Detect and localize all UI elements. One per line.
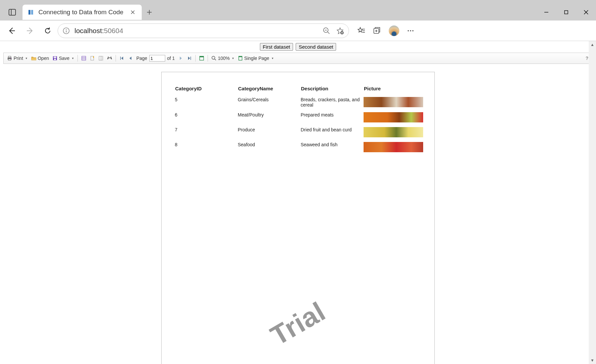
svg-rect-0 xyxy=(9,9,16,15)
svg-rect-32 xyxy=(8,56,11,58)
report-page: CategoryID CategoryName Description Pict… xyxy=(161,72,435,364)
view-mode-dropdown[interactable]: Single Page▼ xyxy=(236,54,275,63)
svg-rect-34 xyxy=(8,59,11,60)
report-table: CategoryID CategoryName Description Pict… xyxy=(175,85,423,155)
svg-rect-38 xyxy=(54,59,56,60)
settings-menu-icon[interactable] xyxy=(407,27,415,35)
fullscreen-icon[interactable] xyxy=(198,54,206,63)
svg-rect-35 xyxy=(11,58,11,59)
report-toolbar: Print▼ Open Save▼ Page xyxy=(3,53,593,64)
svg-point-15 xyxy=(66,29,67,29)
caret-down-icon: ▼ xyxy=(232,57,234,60)
last-page-button[interactable] xyxy=(185,54,193,63)
svg-rect-9 xyxy=(565,11,568,14)
col-header-desc: Description xyxy=(301,85,364,95)
svg-line-51 xyxy=(215,59,216,60)
thumbnails-icon[interactable] xyxy=(80,54,88,63)
first-dataset-button[interactable]: First dataset xyxy=(260,43,293,51)
svg-point-30 xyxy=(410,30,411,31)
second-dataset-button[interactable]: Second dataset xyxy=(296,43,336,51)
first-page-button[interactable] xyxy=(118,54,126,63)
zoom-indicator-icon[interactable] xyxy=(323,27,330,34)
parameters-icon[interactable] xyxy=(97,54,105,63)
nav-forward-button[interactable] xyxy=(22,23,38,39)
row-picture xyxy=(364,112,423,122)
open-button[interactable]: Open xyxy=(30,54,50,63)
svg-rect-3 xyxy=(31,10,33,15)
zoom-dropdown[interactable]: 100%▼ xyxy=(210,54,236,63)
scroll-down-icon[interactable]: ▼ xyxy=(589,357,596,364)
save-button[interactable]: Save▼ xyxy=(51,54,75,63)
svg-rect-53 xyxy=(239,56,242,57)
browser-tab-strip: Connecting to Data from Code xyxy=(0,0,596,21)
window-maximize-button[interactable] xyxy=(556,5,576,20)
next-page-button[interactable] xyxy=(177,54,185,63)
vertical-scrollbar[interactable]: ▲ ▼ xyxy=(589,41,596,364)
find-icon[interactable] xyxy=(106,54,114,63)
page-number-input[interactable] xyxy=(149,55,165,62)
page-indicator: Page of 1 xyxy=(135,54,176,63)
table-row: 7 Produce Dried fruit and bean curd xyxy=(175,125,423,140)
col-header-id: CategoryID xyxy=(175,85,238,95)
site-info-icon[interactable] xyxy=(63,27,70,34)
trial-watermark: Trial xyxy=(265,296,330,351)
caret-down-icon: ▼ xyxy=(72,57,74,60)
tab-title: Connecting to Data from Code xyxy=(38,9,124,16)
svg-rect-39 xyxy=(82,56,86,60)
window-minimize-button[interactable] xyxy=(536,5,556,20)
tab-close-icon[interactable] xyxy=(129,9,136,16)
tab-actions-icon[interactable] xyxy=(4,4,21,21)
row-picture xyxy=(364,97,423,107)
col-header-pic: Picture xyxy=(364,85,423,95)
svg-rect-2 xyxy=(28,10,30,15)
favorites-list-icon[interactable] xyxy=(357,26,366,35)
print-button[interactable]: Print▼ xyxy=(6,54,29,63)
scroll-up-icon[interactable]: ▲ xyxy=(589,41,596,48)
prev-page-button[interactable] xyxy=(126,54,134,63)
browser-tab[interactable]: Connecting to Data from Code xyxy=(23,5,142,20)
report-canvas: CategoryID CategoryName Description Pict… xyxy=(0,64,596,364)
caret-down-icon: ▼ xyxy=(271,57,274,60)
svg-line-18 xyxy=(327,32,329,34)
collections-icon[interactable] xyxy=(373,26,381,35)
row-picture xyxy=(364,127,423,137)
favorites-add-icon[interactable] xyxy=(336,27,344,35)
svg-rect-43 xyxy=(93,56,94,58)
table-row: 5 Grains/Cereals Breads, crackers, pasta… xyxy=(175,95,423,110)
svg-point-50 xyxy=(212,56,215,59)
favicon-icon xyxy=(28,9,34,15)
row-picture xyxy=(364,142,423,152)
table-row: 6 Meat/Poultry Prepared meats xyxy=(175,110,423,125)
url-text: localhost:50604 xyxy=(74,27,123,35)
svg-point-29 xyxy=(408,30,409,31)
new-tab-button[interactable] xyxy=(142,5,157,20)
svg-point-31 xyxy=(412,30,414,31)
col-header-name: CategoryName xyxy=(238,85,301,95)
window-close-button[interactable] xyxy=(576,5,596,20)
nav-back-button[interactable] xyxy=(4,23,20,39)
browser-nav-bar: localhost:50604 xyxy=(0,21,596,41)
caret-down-icon: ▼ xyxy=(25,57,28,60)
nav-refresh-button[interactable] xyxy=(40,23,56,39)
profile-avatar[interactable] xyxy=(389,25,399,36)
bookmarks-icon[interactable] xyxy=(88,54,96,63)
page-viewport: First dataset Second dataset Print▼ Open… xyxy=(0,41,596,364)
table-row: 8 Seafood Seaweed and fish xyxy=(175,140,423,155)
svg-rect-37 xyxy=(54,57,56,58)
address-bar[interactable]: localhost:50604 xyxy=(58,23,349,38)
svg-rect-49 xyxy=(200,56,204,57)
dataset-button-row: First dataset Second dataset xyxy=(0,41,596,53)
